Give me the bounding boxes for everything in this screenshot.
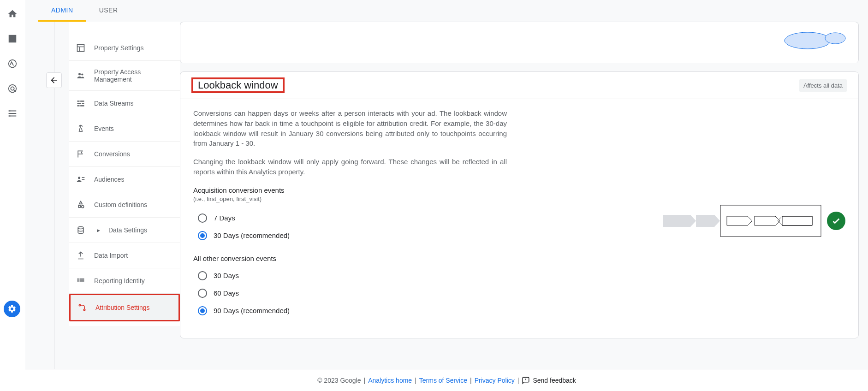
menu-label: Data Streams	[94, 100, 134, 107]
svg-point-12	[78, 177, 80, 179]
radio-label: 90 Days (recommended)	[214, 306, 290, 316]
menu-label: Property Access Management	[94, 68, 175, 83]
svg-rect-24	[720, 205, 821, 237]
admin-tabs: ADMIN USER	[25, 0, 868, 22]
left-rail	[0, 0, 25, 391]
property-menu: Property Settings Property Access Manage…	[69, 22, 180, 326]
lookback-card: Lookback window Affects all data Convers…	[180, 71, 859, 338]
lookback-illustration	[525, 108, 845, 329]
menu-events[interactable]: Events	[69, 116, 180, 142]
menu-data-settings[interactable]: ▸ Data Settings	[69, 218, 180, 243]
svg-point-4	[78, 73, 81, 75]
tap-icon	[76, 124, 86, 134]
svg-point-22	[785, 32, 831, 49]
menu-custom-definitions[interactable]: Custom definitions	[69, 192, 180, 218]
svg-rect-8	[77, 103, 81, 104]
streams-icon	[76, 98, 86, 108]
copyright: © 2023 Google	[317, 377, 361, 384]
menu-label: Events	[94, 125, 114, 132]
upper-card-fragment	[180, 22, 859, 63]
svg-point-5	[81, 73, 83, 75]
svg-point-23	[825, 33, 845, 44]
home-icon[interactable]	[7, 8, 18, 19]
back-arrow-button[interactable]	[46, 72, 62, 88]
check-icon	[827, 212, 845, 230]
radio-icon	[198, 289, 207, 298]
link-privacy[interactable]: Privacy Policy	[475, 377, 515, 384]
radio-label: 60 Days	[214, 288, 239, 298]
upload-icon	[76, 250, 86, 261]
people-icon	[76, 71, 86, 81]
chevron-right-icon: ▸	[97, 226, 100, 234]
svg-rect-19	[80, 280, 84, 282]
link-analytics-home[interactable]: Analytics home	[368, 377, 412, 384]
acq-title: Acquisition conversion events	[193, 185, 507, 196]
menu-reporting-identity[interactable]: Reporting Identity	[69, 268, 180, 294]
menu-label: Attribution Settings	[95, 304, 150, 311]
svg-rect-14	[82, 179, 85, 180]
svg-rect-13	[82, 177, 85, 178]
menu-audiences[interactable]: Audiences	[69, 167, 180, 192]
explore-icon[interactable]	[7, 58, 18, 69]
hand-illustration	[780, 27, 849, 54]
radio-other-60days[interactable]: 60 Days	[198, 284, 507, 302]
radio-icon	[198, 271, 207, 280]
menu-change-history[interactable]: Property Change History	[69, 321, 180, 326]
svg-rect-10	[77, 105, 80, 107]
menu-label: Property Settings	[94, 44, 143, 52]
acq-subtitle: (i.e., first_open, first_visit)	[193, 195, 507, 204]
svg-rect-3	[77, 45, 84, 52]
menu-conversions[interactable]: Conversions	[69, 142, 180, 167]
svg-rect-11	[80, 105, 84, 107]
audience-icon	[76, 174, 86, 184]
radio-icon	[198, 213, 207, 223]
menu-property-access[interactable]: Property Access Management	[69, 61, 180, 91]
radio-label: 30 Days (recommended)	[214, 231, 290, 241]
admin-gear-icon[interactable]	[4, 301, 20, 317]
configure-icon[interactable]	[7, 108, 18, 119]
other-title: All other conversion events	[193, 254, 507, 264]
menu-label: Custom definitions	[94, 201, 147, 208]
footer: © 2023 Google | Analytics home | Terms o…	[25, 369, 868, 391]
tab-user[interactable]: USER	[86, 0, 131, 22]
card-title: Lookback window	[193, 77, 283, 94]
feedback-icon	[522, 376, 530, 385]
database-icon	[76, 225, 86, 235]
svg-rect-18	[80, 278, 84, 280]
svg-point-20	[79, 304, 80, 306]
radio-acq-30days[interactable]: 30 Days (recommended)	[198, 227, 507, 244]
affects-badge: Affects all data	[799, 79, 847, 92]
menu-attribution-settings[interactable]: Attribution Settings	[71, 295, 178, 320]
radio-label: 30 Days	[214, 271, 239, 281]
menu-label: Conversions	[94, 150, 130, 158]
menu-label: Audiences	[94, 176, 124, 183]
menu-label: Data Settings	[108, 226, 147, 234]
send-feedback-button[interactable]: Send feedback	[522, 376, 576, 385]
svg-rect-9	[82, 103, 84, 104]
radio-icon	[198, 231, 207, 240]
reports-icon[interactable]	[7, 33, 18, 44]
radio-other-90days[interactable]: 90 Days (recommended)	[198, 302, 507, 320]
menu-data-import[interactable]: Data Import	[69, 243, 180, 268]
menu-data-streams[interactable]: Data Streams	[69, 91, 180, 116]
description-p2: Changing the lookback window will only a…	[193, 157, 507, 177]
menu-label: Data Import	[94, 252, 128, 259]
svg-point-21	[83, 309, 85, 310]
description-p1: Conversions can happen days or weeks aft…	[193, 108, 507, 148]
link-tos[interactable]: Terms of Service	[419, 377, 467, 384]
menu-property-settings[interactable]: Property Settings	[69, 36, 180, 61]
svg-rect-6	[77, 101, 80, 102]
shapes-icon	[76, 200, 86, 210]
radio-icon	[198, 306, 207, 315]
radio-label: 7 Days	[214, 213, 235, 223]
svg-rect-16	[77, 278, 79, 280]
radio-acq-7days[interactable]: 7 Days	[198, 209, 507, 227]
svg-rect-17	[77, 280, 79, 282]
svg-rect-7	[80, 101, 84, 102]
advertising-icon[interactable]	[7, 83, 18, 94]
svg-point-15	[78, 227, 83, 229]
identity-icon	[76, 276, 86, 286]
layout-icon	[76, 43, 86, 53]
radio-other-30days[interactable]: 30 Days	[198, 267, 507, 284]
tab-admin[interactable]: ADMIN	[38, 0, 86, 22]
